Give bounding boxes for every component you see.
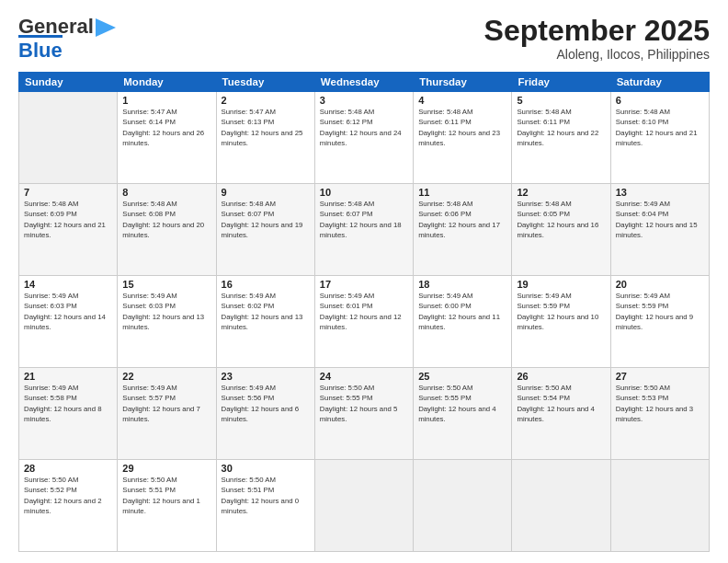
calendar-cell: 18Sunrise: 5:49 AMSunset: 6:00 PMDayligh…	[414, 276, 512, 368]
cell-info: Sunrise: 5:50 AMSunset: 5:52 PMDaylight:…	[24, 475, 112, 516]
calendar-cell: 25Sunrise: 5:50 AMSunset: 5:55 PMDayligh…	[414, 368, 512, 460]
day-number: 6	[616, 95, 704, 106]
calendar-cell: 4Sunrise: 5:48 AMSunset: 6:11 PMDaylight…	[414, 92, 512, 184]
cell-info: Sunrise: 5:49 AMSunset: 6:01 PMDaylight:…	[320, 291, 408, 332]
cell-info: Sunrise: 5:50 AMSunset: 5:53 PMDaylight:…	[616, 383, 704, 424]
cell-info: Sunrise: 5:50 AMSunset: 5:51 PMDaylight:…	[222, 475, 310, 516]
logo-arrow-icon	[96, 18, 116, 37]
cell-info: Sunrise: 5:50 AMSunset: 5:51 PMDaylight:…	[122, 475, 210, 516]
day-number: 26	[517, 371, 605, 382]
day-number: 14	[24, 279, 112, 290]
cell-info: Sunrise: 5:49 AMSunset: 6:04 PMDaylight:…	[616, 199, 704, 240]
weekday-header-friday: Friday	[512, 73, 610, 92]
day-number: 29	[122, 463, 210, 474]
calendar-cell: 28Sunrise: 5:50 AMSunset: 5:52 PMDayligh…	[19, 460, 118, 552]
cell-info: Sunrise: 5:49 AMSunset: 5:56 PMDaylight:…	[222, 383, 310, 424]
weekday-header-saturday: Saturday	[610, 73, 709, 92]
calendar-cell: 29Sunrise: 5:50 AMSunset: 5:51 PMDayligh…	[118, 460, 216, 552]
cell-info: Sunrise: 5:49 AMSunset: 5:59 PMDaylight:…	[616, 291, 704, 332]
calendar-cell	[19, 92, 118, 184]
calendar-cell: 30Sunrise: 5:50 AMSunset: 5:51 PMDayligh…	[216, 460, 314, 552]
calendar-cell: 12Sunrise: 5:48 AMSunset: 6:05 PMDayligh…	[512, 184, 610, 276]
calendar-cell: 17Sunrise: 5:49 AMSunset: 6:01 PMDayligh…	[314, 276, 413, 368]
calendar-cell: 26Sunrise: 5:50 AMSunset: 5:54 PMDayligh…	[512, 368, 610, 460]
cell-info: Sunrise: 5:48 AMSunset: 6:12 PMDaylight:…	[320, 107, 408, 148]
cell-info: Sunrise: 5:47 AMSunset: 6:14 PMDaylight:…	[122, 107, 210, 148]
calendar-week-5: 28Sunrise: 5:50 AMSunset: 5:52 PMDayligh…	[19, 460, 710, 552]
logo: General Blue	[18, 15, 116, 63]
calendar-cell: 10Sunrise: 5:48 AMSunset: 6:07 PMDayligh…	[314, 184, 413, 276]
calendar-cell: 22Sunrise: 5:49 AMSunset: 5:57 PMDayligh…	[118, 368, 216, 460]
cell-info: Sunrise: 5:48 AMSunset: 6:07 PMDaylight:…	[320, 199, 408, 240]
day-number: 30	[222, 463, 310, 474]
calendar-week-3: 14Sunrise: 5:49 AMSunset: 6:03 PMDayligh…	[19, 276, 710, 368]
calendar-table: SundayMondayTuesdayWednesdayThursdayFrid…	[18, 72, 710, 552]
day-number: 10	[320, 187, 408, 198]
cell-info: Sunrise: 5:50 AMSunset: 5:55 PMDaylight:…	[418, 383, 506, 424]
svg-marker-0	[96, 18, 116, 37]
cell-info: Sunrise: 5:49 AMSunset: 5:58 PMDaylight:…	[24, 383, 112, 424]
day-number: 19	[517, 279, 605, 290]
cell-info: Sunrise: 5:50 AMSunset: 5:54 PMDaylight:…	[517, 383, 605, 424]
cell-info: Sunrise: 5:48 AMSunset: 6:09 PMDaylight:…	[24, 199, 112, 240]
day-number: 22	[122, 371, 210, 382]
cell-info: Sunrise: 5:49 AMSunset: 6:03 PMDaylight:…	[122, 291, 210, 332]
day-number: 12	[517, 187, 605, 198]
day-number: 1	[122, 95, 210, 106]
calendar-cell: 15Sunrise: 5:49 AMSunset: 6:03 PMDayligh…	[118, 276, 216, 368]
calendar-cell: 14Sunrise: 5:49 AMSunset: 6:03 PMDayligh…	[19, 276, 118, 368]
weekday-header-monday: Monday	[118, 73, 216, 92]
day-number: 20	[616, 279, 704, 290]
calendar-week-1: 1Sunrise: 5:47 AMSunset: 6:14 PMDaylight…	[19, 92, 710, 184]
cell-info: Sunrise: 5:49 AMSunset: 6:02 PMDaylight:…	[222, 291, 310, 332]
day-number: 27	[616, 371, 704, 382]
cell-info: Sunrise: 5:48 AMSunset: 6:10 PMDaylight:…	[616, 107, 704, 148]
header: General Blue September 2025 Aloleng, Ilo…	[18, 15, 710, 63]
day-number: 2	[222, 95, 310, 106]
calendar-cell: 13Sunrise: 5:49 AMSunset: 6:04 PMDayligh…	[610, 184, 709, 276]
calendar-cell	[512, 460, 610, 552]
calendar-cell: 8Sunrise: 5:48 AMSunset: 6:08 PMDaylight…	[118, 184, 216, 276]
weekday-header-sunday: Sunday	[19, 73, 118, 92]
logo-blue: Blue	[18, 35, 63, 63]
weekday-header-wednesday: Wednesday	[314, 73, 413, 92]
cell-info: Sunrise: 5:49 AMSunset: 5:57 PMDaylight:…	[122, 383, 210, 424]
calendar-cell: 20Sunrise: 5:49 AMSunset: 5:59 PMDayligh…	[610, 276, 709, 368]
cell-info: Sunrise: 5:49 AMSunset: 6:03 PMDaylight:…	[24, 291, 112, 332]
day-number: 21	[24, 371, 112, 382]
cell-info: Sunrise: 5:48 AMSunset: 6:11 PMDaylight:…	[517, 107, 605, 148]
title-block: September 2025 Aloleng, Ilocos, Philippi…	[484, 15, 710, 62]
cell-info: Sunrise: 5:49 AMSunset: 5:59 PMDaylight:…	[517, 291, 605, 332]
cell-info: Sunrise: 5:48 AMSunset: 6:08 PMDaylight:…	[122, 199, 210, 240]
month-title: September 2025	[484, 15, 710, 47]
cell-info: Sunrise: 5:49 AMSunset: 6:00 PMDaylight:…	[418, 291, 506, 332]
calendar-cell: 23Sunrise: 5:49 AMSunset: 5:56 PMDayligh…	[216, 368, 314, 460]
calendar-cell: 2Sunrise: 5:47 AMSunset: 6:13 PMDaylight…	[216, 92, 314, 184]
day-number: 13	[616, 187, 704, 198]
calendar-cell: 1Sunrise: 5:47 AMSunset: 6:14 PMDaylight…	[118, 92, 216, 184]
calendar-cell: 24Sunrise: 5:50 AMSunset: 5:55 PMDayligh…	[314, 368, 413, 460]
calendar-cell: 16Sunrise: 5:49 AMSunset: 6:02 PMDayligh…	[216, 276, 314, 368]
calendar-cell: 3Sunrise: 5:48 AMSunset: 6:12 PMDaylight…	[314, 92, 413, 184]
calendar-cell: 7Sunrise: 5:48 AMSunset: 6:09 PMDaylight…	[19, 184, 118, 276]
day-number: 17	[320, 279, 408, 290]
calendar-cell: 21Sunrise: 5:49 AMSunset: 5:58 PMDayligh…	[19, 368, 118, 460]
cell-info: Sunrise: 5:50 AMSunset: 5:55 PMDaylight:…	[320, 383, 408, 424]
day-number: 25	[418, 371, 506, 382]
day-number: 18	[418, 279, 506, 290]
calendar-cell: 6Sunrise: 5:48 AMSunset: 6:10 PMDaylight…	[610, 92, 709, 184]
day-number: 7	[24, 187, 112, 198]
calendar-cell: 5Sunrise: 5:48 AMSunset: 6:11 PMDaylight…	[512, 92, 610, 184]
day-number: 24	[320, 371, 408, 382]
weekday-header-tuesday: Tuesday	[216, 73, 314, 92]
calendar-cell	[610, 460, 709, 552]
day-number: 5	[517, 95, 605, 106]
weekday-header-row: SundayMondayTuesdayWednesdayThursdayFrid…	[19, 73, 710, 92]
calendar-cell: 19Sunrise: 5:49 AMSunset: 5:59 PMDayligh…	[512, 276, 610, 368]
calendar-cell: 9Sunrise: 5:48 AMSunset: 6:07 PMDaylight…	[216, 184, 314, 276]
day-number: 15	[122, 279, 210, 290]
day-number: 8	[122, 187, 210, 198]
calendar-cell	[314, 460, 413, 552]
calendar-week-2: 7Sunrise: 5:48 AMSunset: 6:09 PMDaylight…	[19, 184, 710, 276]
cell-info: Sunrise: 5:48 AMSunset: 6:05 PMDaylight:…	[517, 199, 605, 240]
